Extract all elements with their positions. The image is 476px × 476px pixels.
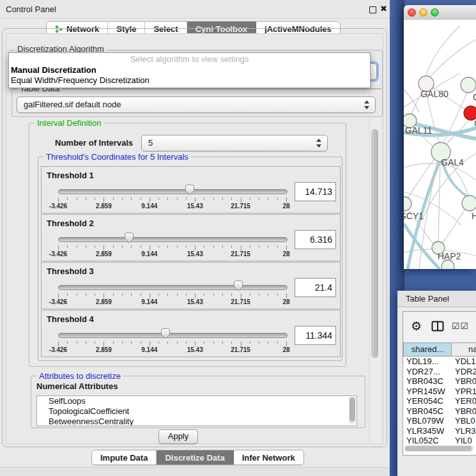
threshold-slider[interactable]: -3.4262.8599.14415.4321.71528: [58, 279, 286, 306]
tick-mark: [177, 197, 178, 200]
list-scrollbar[interactable]: [349, 397, 356, 425]
list-item[interactable]: SelfLoops: [37, 396, 357, 406]
table-row[interactable]: YBR043CYBR0: [403, 376, 476, 387]
network-edge[interactable]: [426, 26, 460, 76]
network-node[interactable]: [441, 260, 454, 269]
slider-thumb[interactable]: [124, 232, 134, 243]
close-icon[interactable]: ✖: [380, 4, 387, 13]
network-canvas[interactable]: GAL80GACGAL11GAL4GCY1HHAP2: [404, 20, 476, 269]
network-node-h[interactable]: [462, 196, 476, 211]
tab-impute-data[interactable]: Impute Data: [92, 450, 157, 464]
list-item[interactable]: BetweennessCentrality: [37, 417, 357, 426]
network-edge[interactable]: [429, 40, 476, 77]
dropdown-option-manual[interactable]: Manual Discretization: [9, 65, 370, 75]
apply-button[interactable]: Apply: [158, 429, 198, 444]
tick-mark: [222, 197, 223, 200]
table-data-combobox[interactable]: galFiltered.sif default node: [17, 96, 376, 113]
slider-thumb[interactable]: [160, 328, 171, 339]
cell-shared-name[interactable]: YDL19...: [403, 357, 452, 367]
gear-icon[interactable]: ⚙: [411, 319, 422, 333]
table-horizontal-scrollbar[interactable]: [404, 445, 473, 452]
settings-scrollbar[interactable]: [369, 118, 380, 442]
threshold-slider[interactable]: -3.4262.8599.14415.4321.71528: [58, 231, 286, 258]
table-row[interactable]: YDL19...YDL1: [403, 357, 476, 367]
cell-shared-name[interactable]: YBR043C: [403, 376, 452, 387]
scrollbar-thumb[interactable]: [371, 129, 378, 358]
column-header-shared-name[interactable]: shared...: [403, 342, 452, 357]
table-row[interactable]: YIL052CYIL0: [403, 436, 476, 445]
attributes-list[interactable]: SelfLoops TopologicalCoefficient Between…: [36, 395, 357, 426]
tick-mark: [141, 341, 141, 344]
network-node-ga[interactable]: [461, 77, 476, 93]
slider-track[interactable]: [58, 333, 288, 338]
slider-thumb[interactable]: [185, 184, 195, 196]
scrollbar-thumb[interactable]: [349, 397, 355, 422]
threshold-value-field[interactable]: 6.316: [295, 230, 336, 249]
cell-shared-name[interactable]: YBR045C: [403, 406, 452, 417]
tick-mark: [231, 197, 232, 200]
network-edge[interactable]: [404, 89, 419, 112]
cell-name[interactable]: YBR0: [452, 406, 476, 417]
cell-name[interactable]: YIL0: [452, 436, 472, 445]
network-window-titlebar[interactable]: [404, 5, 476, 20]
cell-shared-name[interactable]: YDR27...: [403, 367, 452, 377]
table-row[interactable]: YDR27...YDR2: [403, 367, 476, 377]
split-columns-icon[interactable]: [431, 321, 444, 332]
table-rows[interactable]: YDL19...YDL1YDR27...YDR2YBR043CYBR0YPR14…: [403, 357, 476, 445]
table-row[interactable]: YLR345WYLR3: [403, 426, 476, 436]
checkbox-columns-icon[interactable]: ☑☑: [452, 321, 469, 331]
network-edge[interactable]: [443, 209, 465, 243]
threshold-value-field[interactable]: 21.4: [295, 278, 336, 297]
cell-name[interactable]: YBR0: [452, 376, 476, 387]
network-graph: GAL80GACGAL11GAL4GCY1HHAP2: [404, 20, 476, 269]
table-row[interactable]: YBR045CYBR0: [403, 406, 476, 417]
cell-name[interactable]: YDL1: [452, 357, 476, 367]
tick-mark: [158, 293, 159, 296]
table-row[interactable]: YPR145WYPR1: [403, 387, 476, 397]
column-header-name[interactable]: na: [452, 342, 476, 357]
slider-track[interactable]: [58, 237, 288, 242]
cell-name[interactable]: YDR2: [452, 367, 476, 377]
cell-name[interactable]: YBL0: [452, 416, 475, 426]
slider-tick-label: 9.144: [141, 346, 157, 353]
slider-track[interactable]: [58, 285, 288, 290]
tab-infer-network[interactable]: Infer Network: [234, 450, 303, 464]
float-window-icon[interactable]: [369, 6, 376, 13]
tick-mark: [213, 245, 214, 248]
cell-name[interactable]: YPR1: [452, 387, 476, 397]
cell-name[interactable]: YLR3: [452, 426, 476, 436]
threshold-slider[interactable]: -3.4262.8599.14415.4321.71528: [58, 327, 286, 354]
tick-mark: [268, 245, 268, 248]
scrollbar-thumb[interactable]: [405, 446, 472, 451]
threshold-value-field[interactable]: 14.713: [295, 182, 336, 201]
number-of-intervals-combobox[interactable]: 5: [141, 135, 328, 151]
tick-mark: [204, 245, 204, 248]
slider-tick-label: 21.715: [231, 250, 250, 257]
threshold-slider[interactable]: -3.4262.8599.14415.4321.71528: [58, 183, 286, 210]
cell-shared-name[interactable]: YIL052C: [403, 436, 452, 445]
zoom-traffic-light-icon[interactable]: [431, 8, 439, 17]
tab-discretize-data[interactable]: Discretize Data: [157, 450, 233, 464]
tick-mark: [195, 245, 196, 250]
network-edge[interactable]: [408, 159, 434, 198]
minimize-traffic-light-icon[interactable]: [419, 8, 427, 17]
cell-shared-name[interactable]: YPR145W: [403, 387, 452, 397]
network-edge[interactable]: [438, 162, 440, 242]
list-item[interactable]: TopologicalCoefficient: [37, 406, 357, 417]
table-toolbar: ⚙ ☑☑: [403, 312, 476, 342]
slider-tick-labels: -3.4262.8599.14415.4321.71528: [58, 250, 286, 258]
table-row[interactable]: YBL079WYBL0: [403, 416, 476, 426]
cell-shared-name[interactable]: YBL079W: [403, 416, 452, 426]
network-node-gcy1[interactable]: [404, 197, 411, 211]
slider-track[interactable]: [58, 189, 288, 194]
threshold-value-field[interactable]: 11.344: [295, 326, 336, 345]
cell-shared-name[interactable]: YLR345W: [403, 426, 452, 436]
slider-thumb[interactable]: [233, 280, 243, 291]
table-row[interactable]: YER054CYER0: [403, 396, 476, 406]
close-traffic-light-icon[interactable]: [408, 8, 416, 17]
cell-name[interactable]: YER0: [452, 396, 476, 406]
tick-mark: [286, 293, 287, 298]
tick-mark: [250, 245, 250, 248]
cell-shared-name[interactable]: YER054C: [403, 396, 452, 406]
dropdown-option-equal-width[interactable]: Equal Width/Frequency Discretization: [9, 75, 370, 86]
